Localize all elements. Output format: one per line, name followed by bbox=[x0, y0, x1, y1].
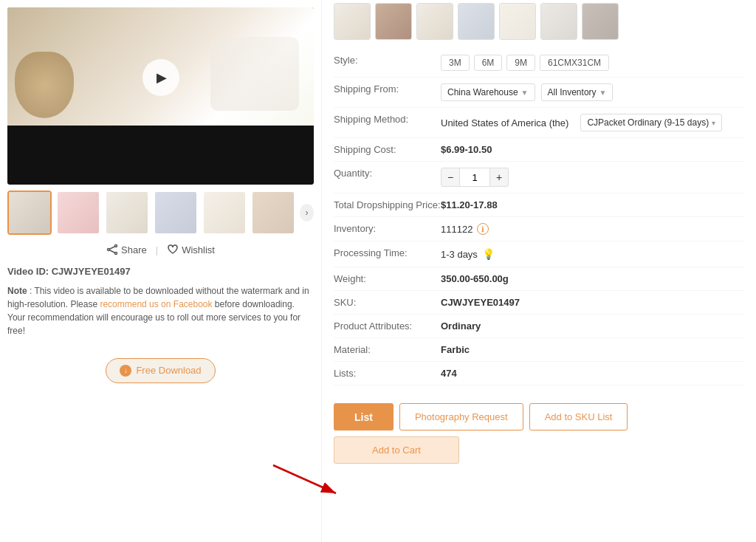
sku-label: SKU: bbox=[334, 297, 441, 308]
quantity-input[interactable] bbox=[460, 168, 489, 187]
svg-point-0 bbox=[115, 245, 117, 247]
video-player bbox=[7, 7, 314, 185]
top-thumb-2[interactable] bbox=[375, 3, 412, 40]
free-download-button[interactable]: ↓ Free Download bbox=[106, 358, 215, 383]
sku-row: SKU: CJWJYEYE01497 bbox=[334, 291, 744, 315]
processing-time-value: 1-3 days 💡 bbox=[441, 247, 744, 261]
free-download-label: Free Download bbox=[136, 365, 201, 376]
total-price-row: Total Dropshipping Price: $11.20-17.88 bbox=[334, 193, 744, 217]
facebook-link[interactable]: recommend us on Facebook bbox=[100, 299, 212, 309]
inventory-label: Inventory: bbox=[334, 223, 441, 234]
share-label: Share bbox=[121, 244, 147, 255]
top-thumb-7[interactable] bbox=[582, 3, 619, 40]
top-thumb-5[interactable] bbox=[499, 3, 536, 40]
attributes-value: Ordinary bbox=[441, 320, 744, 332]
list-button[interactable]: List bbox=[334, 403, 394, 430]
thumbnail-next[interactable]: › bbox=[300, 204, 314, 222]
quantity-control: − + bbox=[441, 168, 744, 187]
svg-point-2 bbox=[115, 253, 117, 255]
thumbnail-1[interactable] bbox=[7, 191, 52, 235]
style-3m[interactable]: 3M bbox=[441, 55, 470, 71]
quantity-value: − + bbox=[441, 168, 744, 187]
style-label: Style: bbox=[334, 55, 441, 66]
wishlist-button[interactable]: Wishlist bbox=[167, 244, 215, 255]
warehouse-arrow-icon: ▼ bbox=[521, 89, 529, 97]
style-row: Style: 3M 6M 9M 61CMX31CM bbox=[334, 49, 744, 78]
shipping-method-row: Shipping Method: United States of Americ… bbox=[334, 108, 744, 138]
top-thumb-1[interactable] bbox=[334, 3, 371, 40]
inventory-value: All Inventory bbox=[548, 87, 597, 97]
shipping-cost-row: Shipping Cost: $6.99-10.50 bbox=[334, 138, 744, 162]
total-price-value: $11.20-17.88 bbox=[441, 199, 744, 210]
thumbnail-2[interactable] bbox=[56, 191, 100, 235]
total-price-label: Total Dropshipping Price: bbox=[334, 199, 441, 210]
wishlist-label: Wishlist bbox=[182, 244, 215, 255]
lists-row: Lists: 474 bbox=[334, 362, 744, 385]
svg-point-1 bbox=[108, 249, 110, 251]
right-panel: Style: 3M 6M 9M 61CMX31CM Shipping From: bbox=[321, 0, 756, 542]
top-thumbnail-strip bbox=[334, 3, 744, 40]
carrier-arrow-icon: ▾ bbox=[712, 119, 715, 127]
style-options: 3M 6M 9M 61CMX31CM bbox=[441, 55, 744, 71]
material-row: Material: Farbic bbox=[334, 338, 744, 362]
style-value: 3M 6M 9M 61CMX31CM bbox=[441, 55, 744, 71]
shipping-method-label: Shipping Method: bbox=[334, 114, 441, 125]
add-to-sku-list-button[interactable]: Add to SKU List bbox=[529, 403, 628, 430]
inventory-arrow-icon: ▼ bbox=[599, 89, 607, 97]
shipping-carrier-select[interactable]: CJPacket Ordinary (9-15 days) ▾ bbox=[580, 114, 722, 131]
lists-label: Lists: bbox=[334, 368, 441, 379]
play-button[interactable] bbox=[142, 59, 179, 96]
style-9m[interactable]: 9M bbox=[506, 55, 535, 71]
inventory-select[interactable]: All Inventory ▼ bbox=[541, 83, 614, 101]
inventory-info-icon[interactable]: ℹ bbox=[477, 223, 489, 235]
share-button[interactable]: Share bbox=[106, 244, 147, 255]
svg-line-3 bbox=[109, 247, 114, 249]
add-to-cart-button[interactable]: Add to Cart bbox=[334, 436, 459, 464]
share-wishlist-row: Share | Wishlist bbox=[7, 244, 314, 255]
style-6m[interactable]: 6M bbox=[474, 55, 503, 71]
shipping-from-label: Shipping From: bbox=[334, 83, 441, 95]
left-panel: › Share | Wishlist bbox=[0, 0, 321, 542]
shipping-cost-label: Shipping Cost: bbox=[334, 144, 441, 155]
top-thumb-3[interactable] bbox=[416, 3, 453, 40]
share-icon bbox=[106, 244, 118, 255]
download-icon: ↓ bbox=[120, 365, 131, 377]
thumbnail-5[interactable] bbox=[202, 191, 247, 235]
separator: | bbox=[156, 244, 158, 255]
shipping-from-row: Shipping From: China Warehouse ▼ All Inv… bbox=[334, 78, 744, 108]
processing-time-row: Processing Time: 1-3 days 💡 bbox=[334, 241, 744, 267]
thumbnail-strip: › bbox=[7, 191, 314, 235]
video-id-value: CJWJYEYE01497 bbox=[52, 266, 131, 277]
inventory-value: 111122 ℹ bbox=[441, 223, 744, 235]
quantity-row: Quantity: − + bbox=[334, 162, 744, 193]
attributes-row: Product Attributes: Ordinary bbox=[334, 315, 744, 338]
style-61cmx31cm[interactable]: 61CMX31CM bbox=[540, 55, 609, 71]
inventory-row: Inventory: 111122 ℹ bbox=[334, 217, 744, 241]
cart-button-row: Add to Cart bbox=[334, 436, 744, 464]
top-thumb-4[interactable] bbox=[458, 3, 495, 40]
shipping-from-value: China Warehouse ▼ All Inventory ▼ bbox=[441, 83, 744, 101]
warehouse-select[interactable]: China Warehouse ▼ bbox=[441, 83, 535, 101]
note-prefix: Note bbox=[7, 286, 27, 296]
shipping-method-value: United States of America (the) CJPacket … bbox=[441, 114, 744, 131]
material-value: Farbic bbox=[441, 344, 744, 355]
processing-light-icon: 💡 bbox=[482, 247, 495, 261]
quantity-decrease-button[interactable]: − bbox=[441, 168, 460, 187]
thumbnail-4[interactable] bbox=[154, 191, 198, 235]
shipping-cost-value: $6.99-10.50 bbox=[441, 144, 744, 155]
heart-icon bbox=[167, 244, 179, 255]
sku-value: CJWJYEYE01497 bbox=[441, 297, 744, 308]
weight-label: Weight: bbox=[334, 273, 441, 284]
top-thumb-6[interactable] bbox=[540, 3, 577, 40]
video-id: Video ID: CJWJYEYE01497 bbox=[7, 264, 314, 280]
quantity-increase-button[interactable]: + bbox=[489, 168, 509, 187]
attributes-label: Product Attributes: bbox=[334, 320, 441, 332]
quantity-label: Quantity: bbox=[334, 168, 441, 179]
photography-request-button[interactable]: Photography Request bbox=[399, 403, 523, 430]
inventory-number: 111122 bbox=[441, 224, 472, 235]
thumbnail-3[interactable] bbox=[105, 191, 149, 235]
thumbnail-6[interactable] bbox=[251, 191, 295, 235]
processing-time-text: 1-3 days bbox=[441, 249, 478, 260]
video-bottom bbox=[7, 126, 314, 185]
warehouse-value: China Warehouse bbox=[447, 87, 518, 97]
